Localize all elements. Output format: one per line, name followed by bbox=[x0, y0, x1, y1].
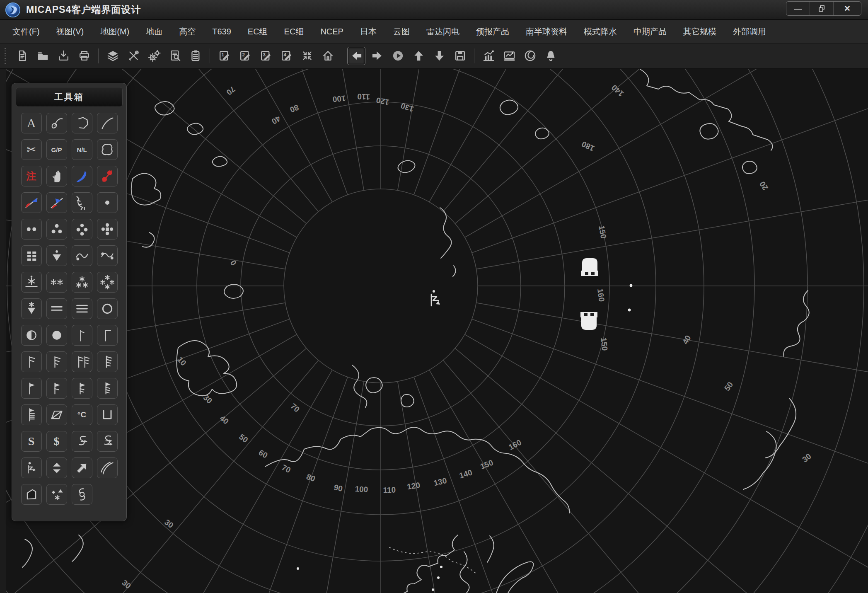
restore-button[interactable] bbox=[810, 2, 833, 15]
down-button[interactable] bbox=[430, 47, 448, 65]
wind-staff-full-tool[interactable] bbox=[97, 325, 118, 346]
edit-area-1-button[interactable]: 1 bbox=[215, 47, 233, 65]
trend-chart-button[interactable] bbox=[500, 47, 518, 65]
edit-area-4-button[interactable]: 4 bbox=[277, 47, 295, 65]
single-dot-tool[interactable] bbox=[97, 192, 118, 213]
three-dots-tool[interactable] bbox=[46, 219, 67, 240]
pennant-3-tool[interactable] bbox=[72, 378, 92, 399]
bracket-tool[interactable] bbox=[97, 404, 118, 425]
menu-item-southern-hemisphere[interactable]: 南半球资料 bbox=[517, 26, 575, 37]
map-canvas[interactable]: 7040801001101201301401802001070304050607… bbox=[0, 69, 868, 593]
menu-item-external-call[interactable]: 外部调用 bbox=[725, 26, 774, 37]
pan-tool[interactable] bbox=[46, 166, 67, 186]
home-button[interactable] bbox=[319, 47, 337, 65]
menu-item-surface[interactable]: 地面 bbox=[138, 26, 171, 37]
play-button[interactable] bbox=[389, 47, 407, 65]
triangle-star-tool[interactable] bbox=[21, 298, 42, 319]
toolbox-header[interactable]: 工具箱 bbox=[16, 87, 123, 107]
triangle-dot-tool[interactable] bbox=[46, 245, 67, 266]
closed-curve-tool[interactable] bbox=[97, 139, 118, 160]
s-double-arrow-tool[interactable] bbox=[97, 431, 118, 452]
menu-item-upper-air[interactable]: 高空 bbox=[171, 26, 204, 37]
cut-tool[interactable]: ✂ bbox=[21, 139, 42, 160]
menu-item-other-scale[interactable]: 其它规模 bbox=[675, 26, 725, 37]
text-tool[interactable]: A bbox=[21, 113, 42, 133]
thick-arrow-tool[interactable] bbox=[72, 457, 92, 478]
menu-item-japan[interactable]: 日本 bbox=[352, 26, 385, 37]
menu-item-file[interactable]: 文件(F) bbox=[4, 26, 48, 37]
preview-search-button[interactable] bbox=[166, 47, 184, 65]
lightning-cursor-tool[interactable] bbox=[21, 457, 42, 478]
typhoon-tool[interactable] bbox=[72, 484, 92, 505]
menu-item-map[interactable]: 地图(M) bbox=[92, 26, 138, 37]
dollar-symbol-tool[interactable]: $ bbox=[46, 431, 67, 452]
station-marker[interactable] bbox=[580, 312, 597, 330]
pennant-heavy-tool[interactable] bbox=[21, 404, 42, 425]
pennant-1-tool[interactable] bbox=[21, 378, 42, 399]
polyline-tool[interactable] bbox=[72, 113, 92, 133]
wind-barb-3-tool[interactable] bbox=[72, 351, 92, 372]
wind-barb-1-tool[interactable] bbox=[21, 351, 42, 372]
menu-item-ncep[interactable]: NCEP bbox=[312, 27, 352, 36]
s-symbol-tool[interactable]: S bbox=[21, 431, 42, 452]
bell-button[interactable] bbox=[542, 47, 560, 65]
print-button[interactable] bbox=[75, 47, 93, 65]
edit-area-3-button[interactable]: 3 bbox=[256, 47, 275, 65]
menu-item-ec-fine[interactable]: EC细 bbox=[276, 26, 312, 37]
filled-circle-tool[interactable] bbox=[46, 325, 67, 346]
close-button[interactable]: ✕ bbox=[833, 2, 861, 15]
forward-button[interactable] bbox=[368, 47, 386, 65]
menu-item-t639[interactable]: T639 bbox=[204, 27, 239, 36]
arc-tool[interactable] bbox=[97, 113, 118, 133]
wind-barb-4-tool[interactable] bbox=[97, 351, 118, 372]
four-dots-tool[interactable] bbox=[72, 219, 92, 240]
clipboard-button[interactable] bbox=[186, 47, 205, 65]
wind-staff-half-tool[interactable] bbox=[72, 325, 92, 346]
temperature-tool[interactable]: °C bbox=[72, 404, 92, 425]
double-line-tool[interactable] bbox=[46, 298, 67, 319]
annotation-tool[interactable]: 注 bbox=[21, 166, 42, 186]
station-marker[interactable] bbox=[581, 258, 598, 276]
cold-front-tool[interactable] bbox=[72, 166, 92, 186]
menu-item-view[interactable]: 视图(V) bbox=[48, 26, 92, 37]
import-button[interactable] bbox=[54, 47, 73, 65]
new-file-button[interactable] bbox=[13, 47, 31, 65]
pennant-4-tool[interactable] bbox=[97, 378, 118, 399]
stationary-front-tool[interactable] bbox=[46, 192, 67, 213]
circle-tool[interactable] bbox=[97, 298, 118, 319]
open-folder-button[interactable] bbox=[34, 47, 52, 65]
dark-polygon-tool[interactable] bbox=[21, 484, 42, 505]
pennant-2-tool[interactable] bbox=[46, 378, 67, 399]
four-stars-tool[interactable] bbox=[97, 272, 118, 293]
five-dots-tool[interactable] bbox=[97, 219, 118, 240]
parallelogram-tool[interactable] bbox=[46, 404, 67, 425]
bar-chart-button[interactable] bbox=[479, 47, 498, 65]
triple-line-tool[interactable] bbox=[72, 298, 92, 319]
symbol-cluster-tool[interactable] bbox=[46, 484, 67, 505]
two-stars-tool[interactable] bbox=[46, 272, 67, 293]
grid-squares-tool[interactable] bbox=[21, 245, 42, 266]
minimize-button[interactable]: — bbox=[786, 2, 810, 15]
occluded-front-tool[interactable] bbox=[21, 192, 42, 213]
back-button[interactable] bbox=[347, 47, 365, 65]
fit-screen-button[interactable] bbox=[298, 47, 316, 65]
edit-area-2-button[interactable]: 2 bbox=[236, 47, 254, 65]
layers-button[interactable] bbox=[104, 47, 122, 65]
three-stars-tool[interactable] bbox=[72, 272, 92, 293]
wind-barb-2-tool[interactable] bbox=[46, 351, 67, 372]
toolbar-grip[interactable] bbox=[3, 48, 7, 64]
gp-switch-tool[interactable]: G/P bbox=[46, 139, 67, 160]
curve-tool[interactable] bbox=[46, 113, 67, 133]
menu-item-radar-lightning[interactable]: 雷达闪电 bbox=[418, 26, 468, 37]
half-circle-tool[interactable] bbox=[21, 325, 42, 346]
up-button[interactable] bbox=[409, 47, 428, 65]
warm-front-tool[interactable] bbox=[97, 166, 118, 186]
wave-dot-tool[interactable] bbox=[72, 245, 92, 266]
nl-switch-tool[interactable]: N/L bbox=[72, 139, 92, 160]
wave-two-dots-tool[interactable] bbox=[97, 245, 118, 266]
save-button[interactable] bbox=[451, 47, 469, 65]
menu-item-forecast-products[interactable]: 预报产品 bbox=[468, 26, 517, 37]
double-curve-tool[interactable] bbox=[97, 457, 118, 478]
menu-item-medium-range[interactable]: 中期产品 bbox=[625, 26, 675, 37]
trough-line-tool[interactable] bbox=[72, 192, 92, 213]
